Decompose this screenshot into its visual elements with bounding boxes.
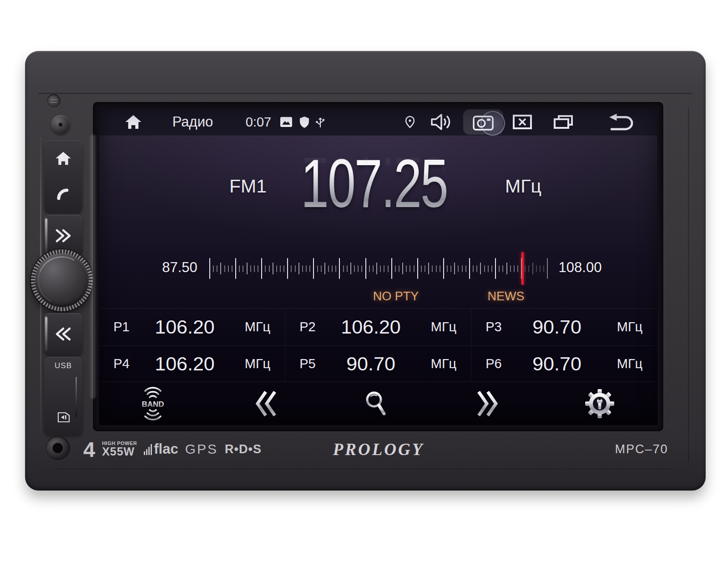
search-icon (363, 390, 389, 418)
scan-button[interactable] (360, 382, 391, 425)
badge-channels: 4 (83, 439, 95, 460)
glass-reflection (89, 135, 96, 399)
recent-apps-button[interactable] (552, 108, 574, 136)
band-icon: BAND (132, 385, 174, 422)
rewind-icon (53, 325, 73, 343)
touchscreen: Радио 0:07 (99, 108, 657, 425)
back-button[interactable] (605, 108, 637, 136)
bezel-seam-top (39, 93, 692, 94)
aux-jack (46, 436, 70, 461)
preset-button-2[interactable]: P2 106.20 МГц (285, 309, 471, 345)
band-button[interactable]: BAND (129, 382, 177, 425)
reset-screw (47, 94, 61, 108)
fast-forward-icon (53, 227, 73, 245)
badge-gps: GPS (185, 441, 218, 457)
seek-left-button[interactable] (252, 382, 281, 425)
status-time: 0:07 (240, 108, 277, 136)
settings-button[interactable] (582, 382, 617, 425)
back-icon (607, 112, 635, 132)
preset-button-1[interactable]: P1 106.20 МГц (99, 309, 285, 345)
model-label: MPC–70 (601, 442, 682, 456)
scene: USB 4 HIGH POWER X55W flac GPS R•D•S PRO… (0, 0, 728, 562)
volume-button[interactable] (428, 108, 452, 136)
double-chevron-right-icon (474, 390, 500, 418)
microsd-card-icon (56, 410, 71, 424)
band-label: FM1 (216, 176, 280, 197)
gallery-status-icon (279, 108, 293, 136)
preset-grid: P1 106.20 МГц P2 106.20 МГц P3 90.70 МГц… (99, 308, 657, 382)
frequency-unit: МГц (487, 176, 560, 197)
settings-gear-icon (585, 389, 615, 419)
usb-status-icon (314, 108, 327, 136)
bezel-seam-bottom (55, 469, 673, 469)
scale-min-label: 87.50 (148, 259, 212, 276)
touch-ripple (480, 111, 505, 136)
preset-button-4[interactable]: P4 106.20 МГц (99, 345, 285, 382)
home-hard-button[interactable] (55, 151, 72, 166)
bezel-seam-right (688, 107, 689, 462)
seek-right-button[interactable] (472, 382, 501, 425)
badge-row: 4 HIGH POWER X55W flac GPS R•D•S (83, 437, 262, 461)
shield-status-icon (298, 108, 311, 136)
usb-port-label: USB (44, 361, 82, 370)
preset-button-3[interactable]: P3 90.70 МГц (471, 309, 657, 345)
status-bar: Радио 0:07 (99, 108, 657, 136)
badge-rds: R•D•S (225, 442, 262, 456)
phone-icon (55, 187, 71, 203)
phone-hard-button[interactable] (55, 187, 71, 203)
flac-bars-icon (144, 443, 152, 455)
usb-port-cover (76, 377, 77, 417)
frequency-reflection: 107.25 (293, 145, 455, 218)
side-rocker (44, 140, 82, 213)
volume-knob-face (35, 253, 89, 307)
home-soft-button[interactable] (123, 108, 143, 136)
svg-text:BAND: BAND (142, 400, 164, 409)
tuning-ticks[interactable] (209, 248, 548, 289)
badge-power: HIGH POWER X55W (102, 441, 137, 457)
preset-button-5[interactable]: P5 90.70 МГц (285, 345, 471, 382)
pty-status-label: NO PTY (355, 289, 437, 304)
badge-flac-logo: flac (144, 443, 178, 455)
brand-logo: PROLOGY (324, 440, 433, 459)
program-type-label: NEWS (465, 289, 547, 304)
close-window-button[interactable] (511, 108, 533, 136)
scale-max-label: 108.00 (546, 259, 614, 276)
usb-panel: USB (44, 357, 82, 435)
double-chevron-left-icon (253, 390, 280, 418)
home-icon (124, 114, 142, 130)
app-title: Радио (157, 108, 228, 136)
microphone-button[interactable] (51, 115, 70, 134)
screenshot-button[interactable] (463, 109, 503, 135)
radio-toolbar: BAND (99, 381, 657, 425)
location-status-icon (403, 108, 417, 136)
home-icon (55, 151, 72, 166)
preset-button-6[interactable]: P6 90.70 МГц (471, 345, 657, 382)
volume-knob[interactable] (31, 249, 93, 311)
seek-back-hard-button[interactable] (44, 313, 82, 355)
